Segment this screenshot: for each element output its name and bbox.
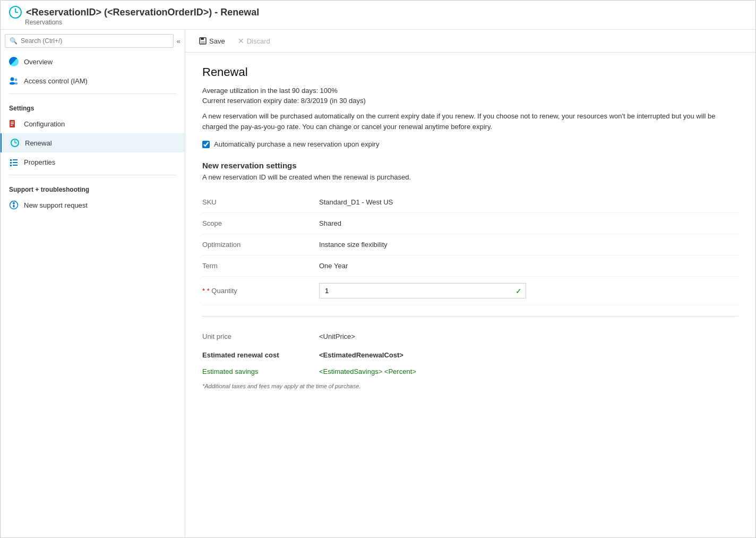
search-icon: 🔍 xyxy=(10,37,18,45)
svg-rect-16 xyxy=(13,165,18,166)
support-section-label: Support + troubleshooting xyxy=(1,178,185,195)
svg-rect-22 xyxy=(201,41,205,44)
auto-renew-row: Automatically purchase a new reservation… xyxy=(202,140,738,148)
sidebar-item-label-support: New support request xyxy=(24,201,88,209)
renewal-icon xyxy=(10,138,20,148)
description-text: A new reservation will be purchased auto… xyxy=(202,111,738,132)
scope-row: Scope Shared xyxy=(202,213,738,234)
svg-point-2 xyxy=(15,79,18,81)
sidebar-collapse-button[interactable]: « xyxy=(177,37,181,45)
svg-point-18 xyxy=(13,202,15,204)
save-label: Save xyxy=(209,37,225,45)
footnote: *Additional taxes and fees may apply at … xyxy=(202,383,738,389)
search-input[interactable] xyxy=(21,37,169,45)
sidebar-item-overview[interactable]: Overview xyxy=(1,52,185,71)
support-icon xyxy=(9,200,19,210)
settings-section-label: Settings xyxy=(1,97,185,114)
sku-row: SKU Standard_D1 - West US xyxy=(202,192,738,213)
svg-rect-21 xyxy=(201,38,204,40)
sidebar-item-configuration[interactable]: Configuration xyxy=(1,114,185,133)
renewal-cost-row: Estimated renewal cost <EstimatedRenewal… xyxy=(202,346,738,364)
svg-rect-5 xyxy=(11,122,14,123)
svg-point-3 xyxy=(14,82,18,84)
optimization-row: Optimization Instance size flexibility xyxy=(202,234,738,255)
toolbar: Save ✕ Discard xyxy=(185,30,755,53)
sidebar-item-renewal[interactable]: Renewal xyxy=(1,133,185,152)
page-title: Renewal xyxy=(202,65,738,79)
config-icon xyxy=(9,119,19,129)
svg-rect-19 xyxy=(13,205,15,208)
app-header: <ReservationID> (<ReservationOrderID>) -… xyxy=(1,1,755,30)
sidebar-item-label-renewal: Renewal xyxy=(25,139,52,147)
quantity-row: * Quantity ✓ xyxy=(202,277,738,305)
support-divider xyxy=(9,175,176,175)
clock-icon xyxy=(9,6,22,19)
discard-label: Discard xyxy=(247,37,270,45)
expiry-text: Current reservation expiry date: 8/3/201… xyxy=(202,97,738,105)
main-content: Save ✕ Discard Renewal Average utilizati… xyxy=(185,30,755,537)
auto-renew-label[interactable]: Automatically purchase a new reservation… xyxy=(214,140,379,148)
quantity-valid-icon: ✓ xyxy=(516,287,522,295)
discard-icon: ✕ xyxy=(238,37,244,45)
svg-rect-7 xyxy=(11,125,13,126)
sidebar-item-label-configuration: Configuration xyxy=(24,120,65,128)
iam-icon xyxy=(9,76,19,86)
overview-icon xyxy=(9,57,19,66)
content-area: Renewal Average utilization in the last … xyxy=(185,53,755,537)
discard-button[interactable]: ✕ Discard xyxy=(233,34,276,48)
search-bar[interactable]: 🔍 xyxy=(5,34,174,48)
save-icon xyxy=(199,37,207,45)
svg-rect-14 xyxy=(13,162,18,163)
settings-subtitle: A new reservation ID will be created whe… xyxy=(202,173,738,181)
svg-rect-6 xyxy=(11,123,14,124)
utilization-text: Average utilization in the last 90 days:… xyxy=(202,87,738,95)
sidebar-item-label-overview: Overview xyxy=(24,58,53,66)
savings-row: Estimated savings <EstimatedSavings> <Pe… xyxy=(202,364,738,379)
term-row: Term One Year xyxy=(202,255,738,277)
sidebar-item-properties[interactable]: Properties xyxy=(1,152,185,172)
sidebar-item-label-iam: Access control (IAM) xyxy=(24,77,88,85)
save-button[interactable]: Save xyxy=(194,35,230,48)
scope-value: Shared xyxy=(319,219,341,227)
sku-label: SKU xyxy=(202,198,319,206)
unit-price-value: <UnitPrice> xyxy=(319,332,355,340)
properties-icon xyxy=(9,157,19,167)
optimization-value: Instance size flexibility xyxy=(319,241,388,249)
settings-title: New reservation settings xyxy=(202,161,738,170)
svg-rect-11 xyxy=(10,159,12,161)
optimization-label: Optimization xyxy=(202,241,319,249)
settings-divider xyxy=(9,93,176,94)
renewal-cost-value: <EstimatedRenewalCost> xyxy=(319,351,403,359)
auto-renew-checkbox[interactable] xyxy=(202,141,210,148)
svg-rect-12 xyxy=(13,159,18,160)
svg-rect-15 xyxy=(10,165,12,166)
sidebar-item-support[interactable]: New support request xyxy=(1,195,185,215)
renewal-cost-label: Estimated renewal cost xyxy=(202,351,319,359)
header-title-text: <ReservationID> (<ReservationOrderID>) -… xyxy=(26,7,259,18)
savings-value: <EstimatedSavings> <Percent> xyxy=(319,368,416,375)
unit-price-label: Unit price xyxy=(202,332,319,340)
svg-rect-13 xyxy=(10,162,12,164)
scope-label: Scope xyxy=(202,219,319,227)
unit-price-row: Unit price <UnitPrice> xyxy=(202,327,738,346)
sidebar-item-iam[interactable]: Access control (IAM) xyxy=(1,71,185,90)
header-title: <ReservationID> (<ReservationOrderID>) -… xyxy=(9,6,747,19)
svg-point-0 xyxy=(11,78,14,81)
sku-value: Standard_D1 - West US xyxy=(319,198,393,206)
term-label: Term xyxy=(202,262,319,270)
header-subtitle: Reservations xyxy=(25,19,747,26)
price-section-divider xyxy=(202,316,738,317)
quantity-input[interactable] xyxy=(319,283,526,298)
quantity-label: * Quantity xyxy=(202,287,319,295)
sidebar-item-label-properties: Properties xyxy=(24,158,55,166)
savings-label: Estimated savings xyxy=(202,368,319,375)
term-value: One Year xyxy=(319,262,348,270)
quantity-input-wrap: ✓ xyxy=(319,283,526,298)
sidebar: 🔍 « Overview Acce xyxy=(1,30,185,537)
